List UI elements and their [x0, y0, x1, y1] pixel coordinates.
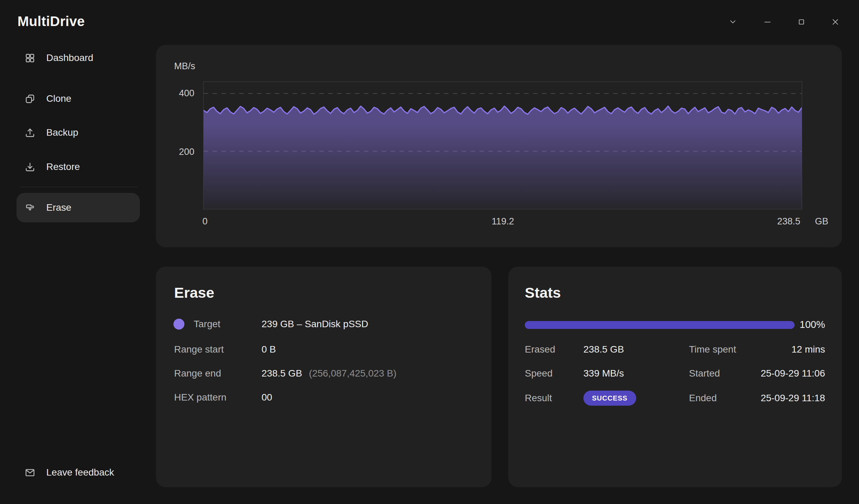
upload-icon	[25, 127, 35, 138]
speed-value: 339 MB/s	[583, 368, 624, 379]
download-icon	[25, 162, 35, 172]
erased-value: 238.5 GB	[583, 344, 624, 355]
leave-feedback-button[interactable]: Leave feedback	[16, 458, 140, 487]
sidebar-item-label: Erase	[46, 202, 71, 213]
ended-label: Ended	[689, 393, 717, 404]
close-icon	[831, 22, 840, 27]
copy-icon	[25, 94, 35, 104]
erase-summary-card: Erase Target 239 GB – SanDisk pSSD Range…	[156, 267, 492, 487]
sidebar-item-dashboard[interactable]: Dashboard	[16, 43, 140, 73]
result-badge: SUCCESS	[583, 391, 636, 406]
minimize-button[interactable]	[763, 17, 772, 26]
range-end-bytes: (256,087,425,023 B)	[309, 368, 396, 379]
target-label: Target	[194, 319, 220, 330]
minimize-icon	[763, 22, 772, 27]
erase-progress-bar	[525, 321, 795, 329]
sidebar-item-label: Backup	[46, 127, 78, 138]
speed-label: Speed	[525, 368, 553, 379]
x-tick-end: 238.5	[777, 216, 800, 227]
sidebar-item-erase[interactable]: Erase	[16, 193, 140, 222]
sidebar-item-label: Clone	[46, 93, 71, 104]
close-button[interactable]	[831, 17, 840, 26]
stats-card-title: Stats	[525, 284, 561, 301]
range-end-value: 238.5 GB(256,087,425,023 B)	[262, 368, 397, 379]
leave-feedback-label: Leave feedback	[46, 467, 114, 478]
grid-icon	[25, 53, 35, 63]
y-tick-400: 400	[156, 88, 194, 99]
x-axis-unit-label: GB	[815, 216, 828, 227]
brush-icon	[25, 202, 35, 213]
started-value: 25-09-29 11:06	[761, 368, 825, 379]
sidebar-item-label: Dashboard	[46, 52, 93, 63]
app-title: MultiDrive	[17, 14, 85, 29]
stats-card: Stats 100% Erased 238.5 GB Time spent 12…	[508, 267, 842, 487]
app-window: MultiDrive Dashboard Clone	[0, 0, 859, 504]
time-spent-label: Time spent	[689, 344, 736, 355]
menu-button[interactable]	[728, 17, 737, 26]
chevron-down-icon	[728, 22, 737, 27]
chart-area	[204, 106, 802, 209]
x-tick-mid: 119.2	[492, 216, 514, 227]
y-axis-unit-label: MB/s	[174, 61, 195, 72]
y-tick-200: 200	[156, 147, 194, 157]
ended-value: 25-09-29 11:18	[761, 393, 825, 404]
sidebar-item-clone[interactable]: Clone	[16, 84, 140, 113]
erase-card-title: Erase	[174, 284, 214, 301]
range-end-label: Range end	[174, 368, 221, 379]
maximize-icon	[797, 22, 806, 27]
range-start-value: 0 B	[262, 344, 276, 355]
maximize-button[interactable]	[797, 17, 806, 26]
target-dot	[173, 319, 184, 330]
range-start-label: Range start	[174, 344, 224, 355]
hex-pattern-value: 00	[262, 392, 272, 403]
progress-fill	[525, 321, 795, 329]
started-label: Started	[689, 368, 720, 379]
mail-icon	[25, 467, 35, 478]
sidebar-item-label: Restore	[46, 161, 80, 172]
erased-label: Erased	[525, 344, 555, 355]
target-value: 239 GB – SanDisk pSSD	[262, 319, 368, 330]
speed-area-chart	[203, 82, 802, 209]
time-spent-value: 12 mins	[791, 344, 825, 355]
progress-percent-label: 100%	[800, 319, 825, 330]
sidebar-item-backup[interactable]: Backup	[16, 118, 140, 147]
hex-pattern-label: HEX pattern	[174, 392, 227, 403]
sidebar-item-restore[interactable]: Restore	[16, 152, 140, 182]
result-label: Result	[525, 393, 552, 404]
speed-chart-card: MB/s 400 200 0 119.2 238.5 GB	[156, 45, 842, 247]
x-tick-0: 0	[202, 216, 207, 227]
sidebar-divider	[20, 187, 138, 187]
